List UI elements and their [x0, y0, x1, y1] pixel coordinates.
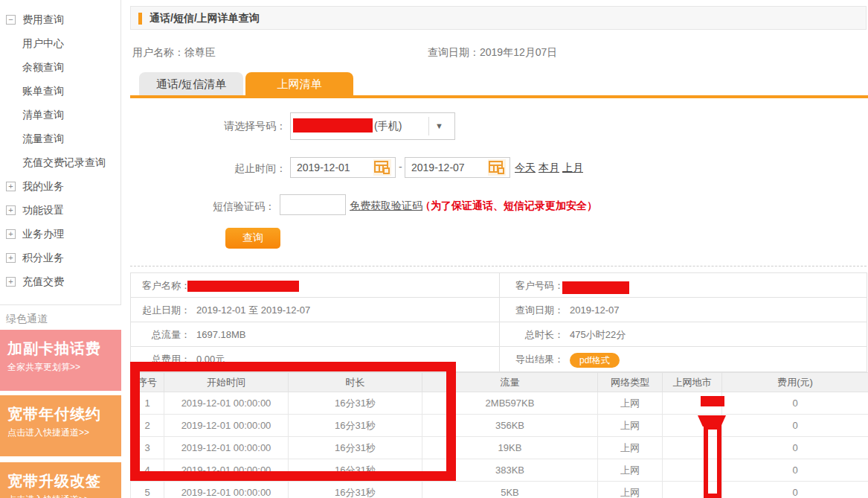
cell-network-type: 上网 — [598, 392, 663, 415]
banner-subtitle: 点击进入快捷通道>> — [7, 494, 121, 498]
sidebar-item-fee-query[interactable]: − 费用查询 — [0, 7, 120, 31]
sidebar-item-label: 充值交费 — [22, 275, 64, 287]
summary-row-totals: 总流量：1697.18MB 总时长：475小时22分 — [131, 322, 867, 347]
chevron-down-icon[interactable]: ▼ — [435, 113, 443, 139]
summary-row-fee-export: 总费用：0.00元 导出结果：pdf格式 — [131, 347, 867, 371]
banner-title: 宽带年付续约 — [7, 404, 121, 424]
sidebar-item-data-query[interactable]: 流量查询 — [0, 127, 120, 150]
sms-code-label: 短信验证码： — [186, 200, 275, 214]
cell-no: 2 — [131, 415, 164, 437]
number-select[interactable]: (手机) ▼ — [290, 112, 455, 140]
cell-network-type: 上网 — [598, 459, 663, 482]
detail-query-page: − 费用查询 用户中心 余额查询 账单查询 清单查询 流量查询 充值交费记录查询… — [0, 0, 868, 498]
total-fee-label: 总费用： — [131, 347, 190, 371]
tab-internet-list[interactable]: 上网清单 — [245, 72, 353, 95]
cell-city — [663, 415, 722, 437]
summary-row-customer: 客户名称： 客户号码： — [131, 273, 867, 298]
summary-row-dates: 起止日期：2019-12-01 至 2019-12-07 查询日期：2019-1… — [131, 298, 867, 322]
query-date-label: 查询日期： — [501, 298, 564, 322]
cell-fee: 0 — [722, 459, 868, 482]
banner-add-card[interactable]: 加副卡抽话费 全家共享更划算>> — [0, 330, 121, 391]
total-duration-value: 475小时22分 — [570, 329, 626, 340]
expand-icon[interactable]: + — [6, 229, 16, 239]
expand-icon[interactable]: + — [6, 205, 16, 215]
total-fee-value: 0.00元 — [196, 354, 225, 365]
result-summary-table: 客户名称： 客户号码： 起止日期：2019-12-01 至 2019-12-07… — [130, 272, 867, 372]
cell-start-time: 2019-12-01 00:00:00 — [164, 482, 289, 498]
sidebar-item-label: 积分业务 — [22, 252, 64, 264]
banner-broadband-upgrade[interactable]: 宽带升级改签 点击进入快捷通道>> — [0, 462, 121, 498]
quick-link-today[interactable]: 今天 — [515, 162, 536, 175]
usage-detail-table: 序号 开始时间 时长 流量 网络类型 上网地市 费用(元) 1 2019-12-… — [130, 372, 868, 498]
col-header-start-time: 开始时间 — [164, 373, 289, 392]
sms-code-input[interactable] — [280, 194, 346, 215]
expand-icon[interactable]: + — [6, 277, 16, 287]
cell-network-type: 上网 — [598, 415, 663, 437]
sidebar-item-bill-query[interactable]: 账单查询 — [0, 79, 120, 103]
cell-no: 4 — [131, 459, 164, 482]
sms-security-note: （为了保证通话、短信记录更加安全） — [420, 199, 597, 213]
expand-icon[interactable]: + — [6, 253, 16, 263]
query-date-value: 2019-12-07 — [570, 304, 620, 316]
col-header-duration: 时长 — [289, 373, 422, 392]
date-range-label: 起止日期： — [131, 298, 190, 322]
cell-no: 3 — [131, 437, 164, 459]
cell-volume: 383KB — [422, 459, 598, 482]
cell-duration: 16分31秒 — [289, 392, 422, 415]
cell-network-type: 上网 — [598, 482, 663, 498]
export-result-label: 导出结果： — [501, 347, 564, 371]
cell-start-time: 2019-12-01 00:00:00 — [164, 392, 289, 415]
sidebar-item-label: 费用查询 — [22, 13, 64, 25]
sidebar-item-function-settings[interactable]: + 功能设置 — [0, 198, 120, 222]
total-duration-label: 总时长： — [501, 322, 564, 347]
sidebar-item-label: 业务办理 — [22, 228, 64, 240]
total-volume-label: 总流量： — [131, 322, 190, 347]
sidebar-item-my-services[interactable]: + 我的业务 — [0, 174, 120, 198]
sidebar-item-service-handling[interactable]: + 业务办理 — [0, 222, 120, 246]
cell-network-type: 上网 — [598, 437, 663, 459]
sidebar-item-label: 用户中心 — [22, 37, 64, 49]
col-header-no: 序号 — [131, 373, 164, 392]
get-sms-code-link[interactable]: 免费获取验证码 — [350, 199, 422, 213]
sidebar-item-label: 账单查询 — [22, 85, 64, 97]
dashed-divider — [130, 266, 867, 266]
table-row: 1 2019-12-01 00:00:00 16分31秒 2MB597KB 上网… — [131, 392, 868, 415]
banner-broadband-renewal[interactable]: 宽带年付续约 点击进入快捷通道>> — [0, 395, 121, 456]
table-header-row: 序号 开始时间 时长 流量 网络类型 上网地市 费用(元) — [131, 373, 868, 392]
page-title: 通话/短信/上网详单查询 — [150, 7, 260, 30]
quick-link-this-month[interactable]: 本月 — [539, 162, 559, 175]
sidebar-item-label: 流量查询 — [22, 133, 64, 144]
collapse-icon[interactable]: − — [6, 15, 16, 25]
sidebar-item-label: 清单查询 — [22, 109, 64, 121]
cell-duration: 16分31秒 — [289, 437, 422, 459]
cell-city — [663, 392, 722, 415]
title-accent-bar — [138, 13, 142, 25]
cell-volume: 356KB — [422, 415, 598, 437]
date-range-value: 2019-12-01 至 2019-12-07 — [196, 304, 310, 316]
sidebar-item-balance-query[interactable]: 余额查询 — [0, 55, 120, 79]
customer-number-label: 客户号码： — [501, 273, 564, 298]
sidebar-item-label: 功能设置 — [22, 204, 64, 216]
calendar-icon[interactable] — [488, 159, 506, 176]
quick-link-last-month[interactable]: 上月 — [562, 162, 583, 175]
calendar-icon[interactable] — [373, 159, 391, 176]
query-button[interactable]: 查询 — [225, 228, 280, 249]
total-volume-value: 1697.18MB — [196, 329, 246, 340]
select-divider — [428, 117, 429, 135]
sidebar-item-points[interactable]: + 积分业务 — [0, 246, 120, 269]
expand-icon[interactable]: + — [6, 182, 16, 191]
sidebar-item-label: 充值交费记录查询 — [22, 156, 106, 168]
sidebar-item-recharge-record-query[interactable]: 充值交费记录查询 — [0, 150, 120, 174]
tab-call-sms-list[interactable]: 通话/短信清单 — [139, 72, 243, 95]
banner-title: 加副卡抽话费 — [7, 339, 121, 359]
export-pdf-button[interactable]: pdf格式 — [570, 353, 620, 368]
sidebar-item-recharge[interactable]: + 充值交费 — [0, 269, 120, 293]
cell-no: 5 — [131, 482, 164, 498]
sidebar-item-label: 我的业务 — [22, 180, 64, 192]
number-suffix: (手机) — [374, 113, 402, 139]
sidebar-item-user-center[interactable]: 用户中心 — [0, 31, 120, 55]
sidebar-menu: − 费用查询 用户中心 余额查询 账单查询 清单查询 流量查询 充值交费记录查询… — [0, 0, 121, 305]
banner-subtitle: 全家共享更划算>> — [7, 361, 121, 374]
cell-start-time: 2019-12-01 00:00:00 — [164, 459, 289, 482]
sidebar-item-list-query[interactable]: 清单查询 — [0, 103, 120, 127]
